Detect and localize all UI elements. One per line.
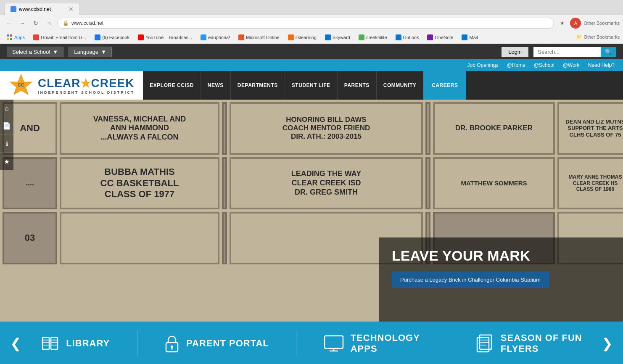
sub-utility-bar: Job Openings @Home @School @Work Need He… [0,59,623,71]
gmail-label: Gmail: Email from G... [41,35,86,40]
facebook-label: (9) Facebook [102,35,129,40]
footer-parent-portal-link[interactable]: PARENT PORTAL [164,334,269,353]
nav-parents[interactable]: PARENTS [338,71,377,100]
brick-brooke-text: DR. BROOKE PARKER [455,124,533,133]
bookmark-itslearning[interactable]: itslearning [285,34,320,41]
top-utility-bar: Select a School ▼ Language ▼ Login 🔍 [0,44,623,59]
bookmark-mail[interactable]: Mail [458,34,481,41]
sidebar-page-icon[interactable]: 📄 [0,117,13,135]
footer-technology-apps-link[interactable]: TECHNOLOGY APPS [324,332,420,355]
school-link[interactable]: @School [534,62,554,68]
footer-library-link[interactable]: LIBRARY [41,335,110,352]
forward-button[interactable]: → [17,18,28,29]
brick-mary: MARY ANNE THOMAS CLEAR CREEK HS CLASS OF… [557,157,623,210]
footer-season-flyers-link[interactable]: SEASON OF FUN FLYERS [475,332,582,355]
brick-dean-text: DEAN AND LIZ MUTNS SUPPORT THE ARTS CLHS… [565,119,623,138]
svg-rect-13 [325,336,343,348]
technology-apps-monitor-icon [324,334,344,353]
logo-school-name: CLEAR ★ CREEK [38,76,135,90]
nav-explore-ccisd[interactable]: EXPLORE CCISD [143,71,201,100]
language-label: Language [74,49,98,55]
season-flyers-text: SEASON OF FUN FLYERS [501,332,582,355]
tab-close-icon[interactable]: ✕ [69,6,74,13]
job-openings-link[interactable]: Job Openings [467,62,499,68]
home-button[interactable]: ⌂ [44,18,55,29]
creekhilife-label: creekhilife [366,35,387,40]
sidebar-info-icon[interactable]: ℹ [0,135,13,153]
bookmark-microsoft[interactable]: Microsoft Online [235,34,282,41]
brick-vanessa-text: VANESSA, MICHAEL AND ANN HAMMOND ...ALWA… [93,115,186,142]
logo-creek: CREEK [91,76,134,90]
select-school-dropdown[interactable]: Select a School ▼ [7,47,63,57]
sidebar-icons: ⌂ 📄 ℹ ★ [0,100,13,170]
hero-cta-button[interactable]: Purchase a Legacy Brick in Challenger Co… [392,272,549,288]
brick-gap1 [222,102,227,155]
bookmark-apps[interactable]: Apps [3,34,28,41]
skyward-icon [325,34,331,40]
other-bookmarks-btn[interactable]: 📁 Other Bookmarks [576,34,620,40]
extensions-button[interactable]: ★ [557,18,568,29]
microsoft-label: Microsoft Online [246,35,279,40]
footer-divider-1 [137,331,137,356]
itslearning-label: itslearning [296,35,317,40]
bookmark-eduphoria[interactable]: eduphoria! [197,34,233,41]
browser-tab[interactable]: www.ccisd.net ✕ [4,3,80,15]
brick-leading-text: LEADING THE WAY CLEAR CREEK ISD DR. GREG… [291,169,361,197]
reload-button[interactable]: ↻ [30,18,41,29]
bookmarks-bar: Apps Gmail: Email from G... (9) Facebook… [0,31,623,44]
brick-matthew-text: MATTHEW SOMMERS [461,179,527,187]
home-link[interactable]: @Home [507,62,525,68]
profile-button[interactable]: A [570,18,581,29]
brick-honoring: HONORING BILL DAWS COACH MENTOR FRIEND D… [230,102,423,155]
bookmark-youtube[interactable]: YouTube – Broadcas... [135,34,195,41]
nav-departments[interactable]: DEPARTMENTS [231,71,285,100]
youtube-label: YouTube – Broadcas... [145,35,192,40]
creekhilife-icon [359,34,364,40]
apps-grid-icon [7,34,13,40]
bookmark-skyward[interactable]: Skyward [322,34,354,41]
other-bookmarks[interactable]: Other Bookmarks [583,21,620,26]
season-flyers-icon [475,334,494,353]
lock-icon: 🔒 [63,20,69,26]
language-dropdown[interactable]: Language ▼ [69,47,112,57]
bookmark-facebook[interactable]: (9) Facebook [91,34,133,41]
login-button[interactable]: Login [502,47,528,57]
nav-news[interactable]: NEWS [201,71,231,100]
brick-bubba-text: BUBBA MATHIS CC BASKETBALL CLASS OF 1977 [100,166,179,200]
need-help-link[interactable]: Need Help? [588,62,615,68]
nav-careers[interactable]: CAREERS [423,71,466,100]
search-button[interactable]: 🔍 [601,47,616,57]
nav-community[interactable]: COMMUNITY [377,71,424,100]
bookmark-onenote[interactable]: OneNote [424,34,457,41]
youtube-icon [138,34,144,40]
library-label: LIBRARY [66,338,110,349]
bookmark-creekhilife[interactable]: creekhilife [355,34,391,41]
prev-slide-button[interactable]: ❮ [4,335,27,351]
itslearning-icon [288,34,294,40]
next-slide-button[interactable]: ❯ [596,335,619,351]
logo-star-sep: ★ [80,76,91,90]
work-link[interactable]: @Work [563,62,580,68]
footer-divider-3 [447,331,447,356]
tab-favicon [11,6,16,12]
utility-right: Login 🔍 [502,47,616,57]
svg-point-11 [171,346,173,348]
sidebar-home-icon[interactable]: ⌂ [0,100,13,117]
skyward-label: Skyward [333,35,350,40]
bookmark-gmail[interactable]: Gmail: Email from G... [30,34,90,41]
url-bar[interactable]: 🔒 www.ccisd.net [57,18,554,29]
apps-label: Apps [14,35,25,40]
svg-rect-3 [51,338,58,349]
bookmark-outlook[interactable]: Outlook [392,34,422,41]
back-button[interactable]: ← [3,18,14,29]
sidebar-star-icon[interactable]: ★ [0,153,13,170]
hero-overlay: LEAVE YOUR MARK Purchase a Legacy Brick … [379,237,623,322]
language-arrow: ▼ [101,49,106,55]
eduphoria-label: eduphoria! [208,35,230,40]
select-school-label: Select a School [12,49,50,55]
select-school-arrow: ▼ [53,49,58,55]
facebook-icon [95,34,100,40]
search-input[interactable] [533,47,601,57]
brick-dean: DEAN AND LIZ MUTNS SUPPORT THE ARTS CLHS… [557,102,623,155]
nav-student-life[interactable]: STUDENT LIFE [285,71,338,100]
